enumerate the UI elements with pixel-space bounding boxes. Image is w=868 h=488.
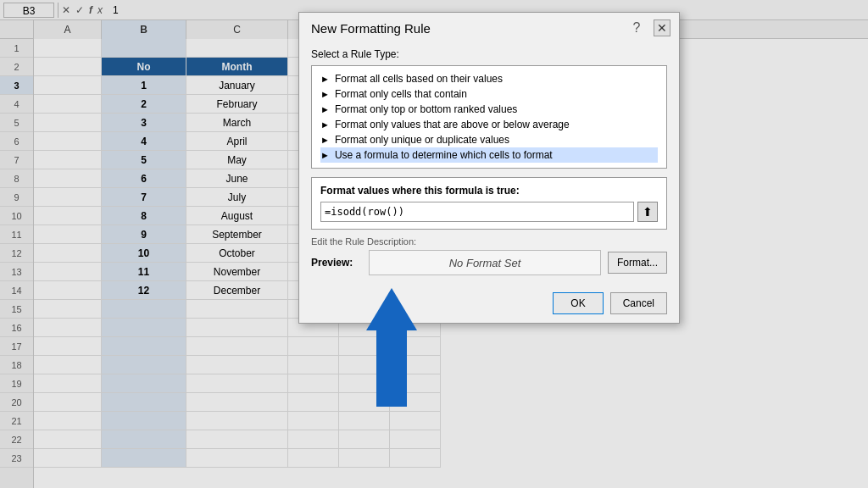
rule-type-item-3[interactable]: ►Format only values that are above or be… — [320, 117, 658, 132]
rule-description-section: Format values where this formula is true… — [311, 177, 667, 230]
rule-type-item-1[interactable]: ►Format only cells that contain — [320, 86, 658, 102]
arrow-bullet-icon: ► — [320, 135, 330, 145]
formula-input[interactable] — [320, 202, 634, 222]
rule-type-item-4[interactable]: ►Format only unique or duplicate values — [320, 132, 658, 147]
rule-type-item-2[interactable]: ►Format only top or bottom ranked values — [320, 102, 658, 117]
rule-type-list: ►Format all cells based on their values►… — [311, 65, 667, 169]
arrow-bullet-icon: ► — [320, 74, 330, 84]
new-formatting-rule-dialog: New Formatting Rule ? ✕ Select a Rule Ty… — [298, 12, 680, 324]
titlebar-icons: ? ✕ — [628, 19, 670, 36]
ok-button[interactable]: OK — [553, 292, 603, 314]
dialog-footer: OK Cancel — [299, 292, 679, 323]
formula-input-row: ⬆ — [320, 202, 658, 222]
preview-label: Preview: — [311, 257, 362, 269]
dialog-titlebar: New Formatting Rule ? ✕ — [299, 13, 679, 42]
formula-ref-button[interactable]: ⬆ — [637, 202, 658, 222]
edit-rule-desc-label: Edit the Rule Description: — [311, 236, 667, 247]
preview-row: Preview: No Format Set Format... — [311, 250, 667, 275]
arrow-bullet-icon: ► — [320, 150, 330, 160]
preview-box: No Format Set — [369, 250, 601, 275]
dialog-title: New Formatting Rule — [311, 21, 431, 36]
format-button[interactable]: Format... — [608, 252, 667, 274]
arrow-bullet-icon: ► — [320, 119, 330, 130]
dialog-body: Select a Rule Type: ►Format all cells ba… — [299, 42, 679, 292]
formula-section-title: Format values where this formula is true… — [320, 185, 658, 197]
close-button[interactable]: ✕ — [654, 19, 670, 36]
arrow-bullet-icon: ► — [320, 104, 330, 114]
arrow-bullet-icon: ► — [320, 89, 330, 99]
help-icon[interactable]: ? — [628, 19, 645, 36]
cancel-button[interactable]: Cancel — [610, 292, 667, 314]
rule-type-item-0[interactable]: ►Format all cells based on their values — [320, 71, 658, 86]
rule-type-item-5[interactable]: ►Use a formula to determine which cells … — [320, 147, 658, 163]
select-rule-type-label: Select a Rule Type: — [311, 48, 667, 60]
